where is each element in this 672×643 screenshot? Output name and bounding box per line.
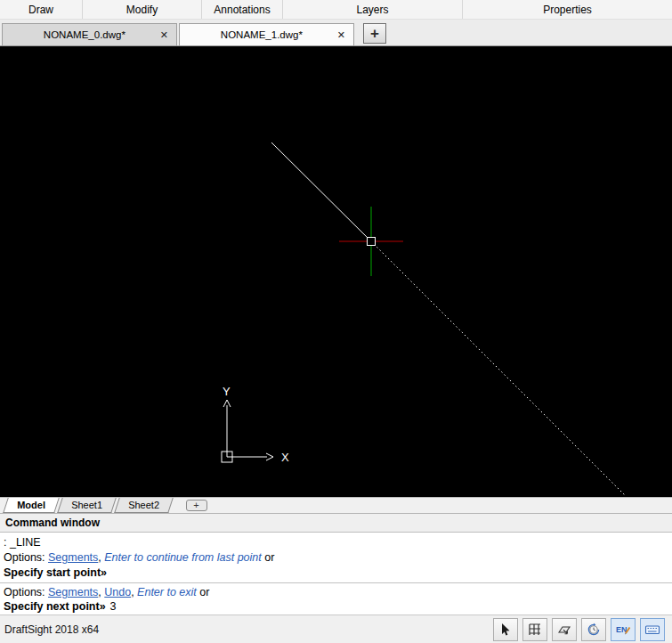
- menu-annotations[interactable]: Annotations: [202, 0, 283, 19]
- doc-tab-noname1[interactable]: NONAME_1.dwg* ✕: [179, 23, 354, 45]
- enter-exit-link[interactable]: Enter to exit: [137, 586, 197, 598]
- keyboard-icon: [644, 623, 660, 637]
- close-icon[interactable]: ✕: [335, 30, 348, 40]
- ucs-x-label: X: [281, 451, 289, 464]
- prompt-next-point: Specify next point»: [4, 600, 106, 613]
- tab-model[interactable]: Model: [3, 498, 59, 513]
- new-document-button[interactable]: +: [363, 23, 386, 44]
- canvas-graphics: Y X: [0, 46, 672, 497]
- app-version-label: DraftSight 2018 x64: [4, 623, 99, 636]
- segments-link[interactable]: Segments: [48, 586, 98, 598]
- cursor-icon: [498, 623, 513, 637]
- command-window-header[interactable]: Command window: [0, 513, 672, 533]
- segments-link[interactable]: Segments: [48, 551, 98, 564]
- tab-sheet2[interactable]: Sheet2: [114, 498, 173, 513]
- sheet-tab-label: Model: [17, 500, 45, 510]
- undo-link[interactable]: Undo: [104, 586, 131, 598]
- menubar: Draw Modify Annotations Layers Propertie…: [0, 0, 672, 20]
- enter-continue-link[interactable]: Enter to continue from last point: [104, 551, 261, 564]
- doc-tab-label: NONAME_0.dwg*: [12, 29, 158, 40]
- plus-icon: +: [370, 26, 379, 41]
- plane-icon: [557, 623, 571, 637]
- language-input-button[interactable]: EN: [611, 618, 636, 641]
- status-icon-group: EN: [493, 618, 665, 641]
- pickbox: [368, 238, 376, 246]
- command-prompt-area[interactable]: Options: Segments, Undo, Enter to exit o…: [0, 582, 672, 615]
- preview-line-dashed: [371, 241, 626, 496]
- ucs-x-arrowhead: [266, 453, 273, 460]
- command-input-value[interactable]: 3: [110, 600, 117, 613]
- doc-tab-label: NONAME_1.dwg*: [189, 29, 335, 40]
- sheet-tab-label: Sheet2: [128, 500, 159, 510]
- pointer-tool-button[interactable]: [493, 618, 518, 641]
- command-options-line-2: Options: Segments, Undo, Enter to exit o…: [4, 585, 672, 599]
- menu-properties[interactable]: Properties: [463, 0, 672, 19]
- document-tab-bar: NONAME_0.dwg* ✕ NONAME_1.dwg* ✕ +: [0, 20, 672, 46]
- tab-sheet1[interactable]: Sheet1: [57, 498, 116, 513]
- plus-icon: +: [193, 501, 198, 510]
- orbit-clock-icon: [587, 623, 601, 637]
- menu-layers[interactable]: Layers: [283, 0, 463, 19]
- orbit-rotate-button[interactable]: [581, 618, 606, 641]
- ucs-y-label: Y: [223, 385, 231, 398]
- status-bar: DraftSight 2018 x64: [0, 615, 672, 643]
- command-window-title: Command window: [5, 517, 100, 529]
- command-echo-line: : _LINE: [4, 535, 672, 550]
- drawing-canvas[interactable]: Y X: [0, 46, 672, 497]
- plane-view-button[interactable]: [552, 618, 577, 641]
- command-history: : _LINE Options: Segments, Enter to cont…: [0, 533, 672, 582]
- drawn-line-solid: [271, 142, 371, 241]
- prompt-next-point-line: Specify next point»3: [4, 599, 672, 614]
- sheet-tab-label: Sheet1: [71, 500, 102, 510]
- menu-modify[interactable]: Modify: [83, 0, 202, 19]
- close-icon[interactable]: ✕: [158, 30, 171, 40]
- options-label: Options:: [4, 551, 48, 564]
- sheet-tab-bar: Model Sheet1 Sheet2 +: [0, 497, 672, 513]
- crosshair-cursor: [339, 207, 403, 276]
- menu-draw[interactable]: Draw: [0, 0, 83, 19]
- ucs-icon: Y X: [222, 385, 289, 464]
- prompt-start-point: Specify start point»: [4, 566, 672, 581]
- grid-icon: [528, 623, 542, 637]
- or-text: or: [262, 551, 275, 564]
- keyboard-layout-button[interactable]: [640, 618, 665, 641]
- grid-toggle-button[interactable]: [522, 618, 547, 641]
- add-sheet-button[interactable]: +: [186, 500, 207, 511]
- command-options-line-1: Options: Segments, Enter to continue fro…: [4, 550, 672, 566]
- language-pencil-icon: EN: [615, 623, 631, 637]
- doc-tab-noname0[interactable]: NONAME_0.dwg* ✕: [2, 23, 177, 45]
- or-text: or: [197, 586, 210, 598]
- options-label: Options:: [4, 586, 48, 598]
